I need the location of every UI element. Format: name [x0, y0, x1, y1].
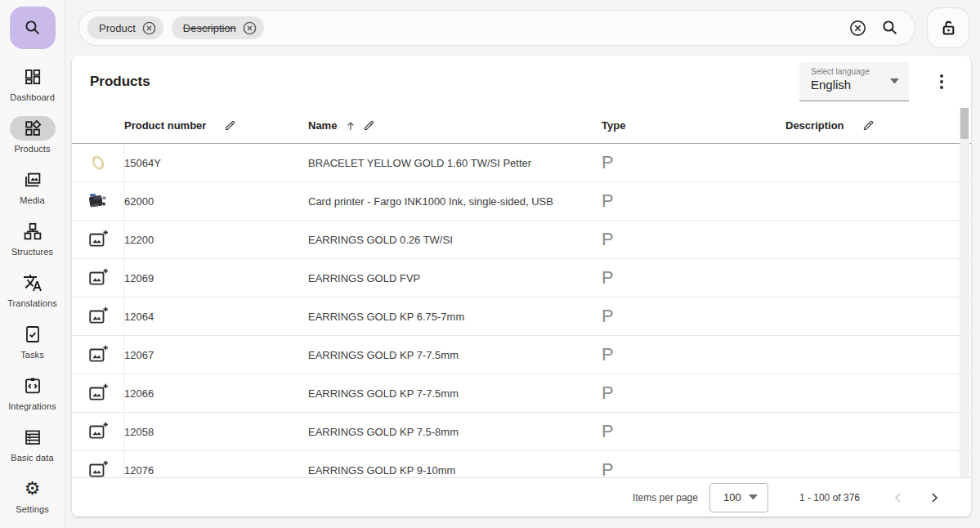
product-name-cell: EARRINGS GOLD KP 7-7.5mm: [308, 387, 602, 400]
product-number-cell: 62000: [124, 195, 308, 208]
products-icon: [23, 119, 43, 138]
product-thumbnail[interactable]: [72, 298, 124, 335]
chevron-down-icon: [890, 78, 899, 84]
product-type-cell: P: [602, 459, 785, 477]
language-select[interactable]: Select language English: [799, 62, 909, 101]
sidebar-item-dashboard[interactable]: Dashboard: [0, 65, 65, 116]
sidebar-item-label: Basic data: [11, 453, 53, 463]
product-number-cell: 15064Y: [124, 157, 308, 169]
table-row[interactable]: 12067 EARRINGS GOLD KP 7-7.5mm P: [72, 336, 971, 374]
product-name-cell: EARRINGS GOLD FVP: [308, 272, 602, 284]
table-row[interactable]: 12076 EARRINGS GOLD KP 9-10mm P: [72, 451, 971, 477]
table-row[interactable]: 15064Y BRACELET YELLOW GOLD 1.60 TW/SI P…: [72, 144, 971, 182]
product-type-cell: P: [602, 267, 785, 289]
table-row[interactable]: 12058 EARRINGS GOLD KP 7.5-8mm P: [72, 413, 971, 451]
table-row[interactable]: 12069 EARRINGS GOLD FVP P: [72, 259, 971, 298]
edit-column-icon[interactable]: [363, 119, 375, 132]
translations-icon: [23, 273, 43, 293]
structures-icon: [23, 221, 43, 241]
chip-remove-icon[interactable]: [242, 20, 257, 36]
product-number-cell: 12067: [124, 349, 308, 361]
product-thumbnail[interactable]: [72, 144, 124, 181]
sidebar-item-settings[interactable]: ⚙ Settings: [0, 477, 65, 528]
sort-ascending-icon[interactable]: [345, 120, 356, 132]
column-header-type: Type: [602, 119, 785, 132]
product-name-cell: EARRINGS GOLD KP 6.75-7mm: [308, 311, 602, 323]
column-header-product-number: Product number: [124, 119, 308, 132]
media-icon: [23, 170, 43, 190]
app-root: Dashboard Products Media Structures Tran…: [0, 0, 980, 528]
product-type-cell: P: [602, 229, 785, 250]
lock-icon: [938, 18, 959, 38]
chip-remove-icon[interactable]: [141, 20, 157, 36]
pagination-range: 1 - 100 of 376: [799, 492, 860, 503]
clear-filters-button[interactable]: [848, 19, 867, 38]
integrations-icon: [23, 376, 43, 396]
product-type-cell: P: [602, 421, 785, 442]
product-number-cell: 12200: [124, 234, 308, 246]
sidebar-item-structures[interactable]: Structures: [0, 219, 65, 271]
add-image-placeholder-icon: [87, 383, 109, 404]
search-icon: [880, 18, 900, 38]
table-header-row: Product number Name Type Description: [72, 108, 971, 144]
chevron-down-icon: [749, 494, 758, 500]
sidebar-item-label: Media: [20, 195, 44, 205]
product-type-cell: P: [602, 383, 785, 404]
sidebar-item-tasks[interactable]: Tasks: [0, 322, 65, 374]
tasks-icon: [23, 324, 43, 344]
add-image-placeholder-icon: [87, 229, 109, 250]
product-type-cell: P: [602, 344, 785, 365]
edit-column-icon[interactable]: [862, 119, 875, 132]
filter-search-bar[interactable]: Product Description: [78, 10, 915, 46]
product-type-cell: P: [602, 306, 785, 327]
product-thumbnail[interactable]: [72, 259, 124, 297]
product-thumbnail[interactable]: [72, 451, 124, 477]
product-name-cell: Card printer - Fargo INK1000 Ink, single…: [308, 195, 602, 208]
add-image-placeholder-icon: [87, 421, 109, 442]
edit-column-icon[interactable]: [224, 119, 236, 132]
sidebar-item-basicdata[interactable]: Basic data: [0, 425, 65, 477]
products-table: Product number Name Type Description: [72, 108, 971, 477]
table-row[interactable]: 12200 EARRINGS GOLD 0.26 TW/SI P: [72, 221, 971, 259]
search-icon: [23, 18, 43, 38]
sidebar-search-button[interactable]: [10, 7, 56, 49]
sidebar-item-integrations[interactable]: Integrations: [0, 374, 65, 425]
product-thumbnail[interactable]: [72, 336, 124, 374]
sidebar-item-label: Translations: [7, 298, 57, 308]
sidebar-item-translations[interactable]: Translations: [0, 271, 65, 322]
language-select-value: English: [811, 78, 901, 92]
table-row[interactable]: 12066 EARRINGS GOLD KP 7-7.5mm P: [72, 374, 971, 413]
items-per-page-select[interactable]: 100: [709, 483, 768, 512]
table-row[interactable]: 62000 Card printer - Fargo INK1000 Ink, …: [72, 182, 971, 221]
run-search-button[interactable]: [880, 18, 900, 38]
scrollbar-thumb[interactable]: [960, 108, 969, 139]
add-image-placeholder-icon: [87, 344, 109, 365]
main-area: Product Description Products Select lang…: [65, 0, 980, 528]
lock-button[interactable]: [927, 7, 969, 48]
previous-page-button[interactable]: [884, 484, 912, 512]
printer-photo-icon: [86, 189, 110, 213]
product-name-cell: EARRINGS GOLD KP 7.5-8mm: [308, 426, 602, 438]
add-image-placeholder-icon: [87, 306, 109, 327]
chevron-left-icon: [890, 490, 906, 506]
product-thumbnail[interactable]: [72, 413, 124, 450]
basicdata-icon: [23, 427, 43, 447]
product-thumbnail[interactable]: [72, 374, 124, 412]
topbar: Product Description: [65, 0, 980, 56]
table-row[interactable]: 12064 EARRINGS GOLD KP 6.75-7mm P: [72, 298, 971, 336]
items-per-page-label: Items per page: [633, 492, 698, 503]
dashboard-icon: [23, 67, 43, 87]
filter-chip[interactable]: Description: [172, 16, 264, 39]
product-thumbnail[interactable]: [72, 221, 124, 258]
product-thumbnail[interactable]: [72, 182, 124, 220]
product-type-cell: P: [602, 152, 785, 173]
chevron-right-icon: [926, 490, 942, 506]
sidebar-item-label: Products: [14, 144, 50, 154]
sidebar-item-media[interactable]: Media: [0, 168, 65, 219]
sidebar-item-products[interactable]: Products: [0, 116, 65, 168]
next-page-button[interactable]: [920, 484, 948, 512]
bracelet-photo-icon: [86, 150, 110, 175]
filter-chip[interactable]: Product: [87, 16, 163, 39]
more-options-button[interactable]: [930, 70, 953, 93]
language-select-label: Select language: [811, 67, 901, 76]
